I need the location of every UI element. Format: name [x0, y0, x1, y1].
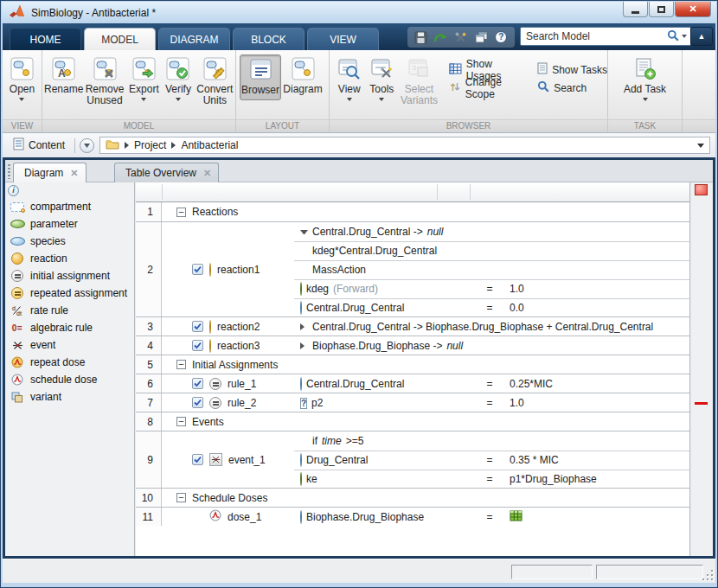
- table-row[interactable]: 11Biophase.Drug_Biophase=dose_1: [136, 507, 689, 526]
- detail-cell[interactable]: Central.Drug_Central: [300, 298, 404, 317]
- search-model-input[interactable]: [526, 30, 667, 42]
- doc-tab-table-overview[interactable]: Table Overview ✕: [114, 163, 219, 182]
- breadcrumb-project[interactable]: Project: [134, 139, 166, 151]
- row-name[interactable]: event_1: [228, 454, 266, 466]
- collapse-section-icon[interactable]: −: [176, 208, 186, 217]
- palette-item-compartment[interactable]: compartment: [5, 198, 134, 215]
- convert-units-button[interactable]: Convert Units: [195, 54, 235, 106]
- row-checkbox[interactable]: [192, 378, 203, 389]
- search-dropdown-icon[interactable]: [682, 35, 687, 38]
- close-tab-icon[interactable]: ✕: [70, 169, 78, 177]
- tabbar-drag-handle[interactable]: [8, 164, 10, 179]
- diagram-button[interactable]: Diagram: [281, 54, 324, 95]
- expand-details-icon[interactable]: [300, 323, 305, 330]
- show-tasks-button[interactable]: Show Tasks: [537, 61, 607, 79]
- maximize-button[interactable]: [649, 2, 674, 17]
- save-icon[interactable]: [413, 29, 430, 46]
- palette-item-repeated-assignment[interactable]: repeated assignment: [5, 284, 134, 302]
- close-button[interactable]: ✕: [675, 2, 711, 17]
- tab-home[interactable]: HOME: [10, 28, 81, 50]
- collapse-details-icon[interactable]: [300, 230, 308, 234]
- tab-diagram[interactable]: DIAGRAM: [158, 28, 230, 50]
- minimize-button[interactable]: [623, 2, 648, 17]
- undo-icon[interactable]: [433, 29, 450, 46]
- close-tab-icon[interactable]: ✕: [203, 169, 211, 177]
- search-button[interactable]: Search: [537, 79, 607, 97]
- table-section-row[interactable]: 8−Events: [136, 412, 689, 431]
- detail-cell[interactable]: Central.Drug_Central: [300, 374, 404, 393]
- breadcrumb-dropdown-icon[interactable]: [697, 144, 704, 148]
- value-cell[interactable]: [510, 508, 522, 527]
- row-name[interactable]: reaction1: [217, 264, 260, 276]
- windows-layout-icon[interactable]: [472, 29, 490, 46]
- collapse-section-icon[interactable]: −: [176, 417, 186, 426]
- tab-block[interactable]: BLOCK: [233, 28, 305, 50]
- collapse-section-icon[interactable]: −: [176, 493, 186, 502]
- value-cell[interactable]: 0.25*MIC: [510, 374, 553, 393]
- table-row[interactable]: 9if time>=5Drug_Central=0.35 * MICke=p1*…: [136, 431, 689, 488]
- collapse-section-icon[interactable]: −: [176, 360, 186, 369]
- row-name[interactable]: rule_2: [228, 397, 256, 409]
- doc-tab-diagram[interactable]: Diagram ✕: [13, 163, 87, 182]
- detail-cell[interactable]: if time>=5: [300, 431, 363, 451]
- select-variants-button[interactable]: Select Variants: [398, 54, 440, 106]
- detail-cell[interactable]: Central.Drug_Central -> null: [300, 222, 443, 241]
- help-icon[interactable]: ?: [492, 29, 510, 46]
- detail-cell[interactable]: MassAction: [300, 260, 366, 279]
- detail-cell[interactable]: ke: [300, 470, 317, 489]
- expand-details-icon[interactable]: [300, 342, 305, 349]
- detail-cell[interactable]: Biophase.Drug_Biophase: [300, 508, 424, 527]
- palette-item-variant[interactable]: variant: [5, 388, 134, 406]
- row-checkbox[interactable]: [192, 454, 203, 465]
- palette-item-reaction[interactable]: reaction: [5, 250, 134, 267]
- palette-item-species[interactable]: species: [5, 233, 134, 250]
- table-row[interactable]: 3Central.Drug_Central -> Biophase.Drug_B…: [136, 316, 689, 336]
- remove-unused-button[interactable]: Remove Unused: [83, 54, 125, 106]
- row-checkbox[interactable]: [192, 321, 203, 332]
- row-name[interactable]: rule_1: [228, 378, 256, 390]
- add-task-button[interactable]: Add Task: [619, 54, 671, 101]
- detail-cell[interactable]: Biophase.Drug_Biophase -> null: [300, 336, 463, 355]
- detail-cell[interactable]: ?p2: [300, 393, 323, 412]
- detail-cell[interactable]: Drug_Central: [300, 451, 368, 470]
- palette-item-parameter[interactable]: parameter: [5, 215, 134, 233]
- table-section-row[interactable]: 10−Schedule Doses: [136, 488, 689, 507]
- rename-button[interactable]: A Rename: [44, 54, 83, 95]
- value-cell[interactable]: p1*Drug_Biophase: [510, 470, 597, 489]
- recent-files-button[interactable]: [80, 138, 94, 153]
- collapse-ribbon-button[interactable]: ▲: [690, 27, 713, 46]
- table-row[interactable]: 7?p2=1.0rule_2: [136, 393, 689, 412]
- row-checkbox[interactable]: [192, 397, 203, 408]
- table-row[interactable]: 6Central.Drug_Central=0.25*MICrule_1: [136, 374, 689, 393]
- detail-cell[interactable]: kdeg (Forward): [300, 279, 378, 298]
- resize-grip[interactable]: [702, 569, 713, 580]
- change-scope-button[interactable]: Change Scope: [449, 79, 523, 97]
- palette-item-rate-rule[interactable]: ddtrate rule: [5, 302, 134, 319]
- preferences-icon[interactable]: [452, 29, 470, 46]
- palette-item-event[interactable]: event: [5, 336, 134, 354]
- table-section-row[interactable]: 5−Initial Assignments: [136, 355, 689, 374]
- tools-button[interactable]: Tools: [366, 54, 399, 101]
- table-row[interactable]: 2Central.Drug_Central -> nullkdeg*Centra…: [136, 221, 689, 316]
- table-section-row[interactable]: 1−Reactions: [136, 202, 689, 221]
- value-cell[interactable]: 0.0: [510, 298, 524, 317]
- detail-cell[interactable]: Central.Drug_Central -> Biophase.Drug_Bi…: [300, 317, 653, 336]
- value-cell[interactable]: 1.0: [510, 279, 524, 298]
- table-row[interactable]: 4Biophase.Drug_Biophase -> nullreaction3: [136, 336, 689, 355]
- view-button[interactable]: View: [333, 54, 366, 101]
- open-button[interactable]: Open: [10, 54, 35, 101]
- search-icon[interactable]: [667, 29, 679, 44]
- palette-item-schedule-dose[interactable]: schedule dose: [5, 371, 134, 388]
- breadcrumb-model[interactable]: Antibacterial: [181, 139, 238, 151]
- tab-model[interactable]: MODEL: [84, 28, 156, 50]
- row-name[interactable]: reaction3: [217, 340, 260, 352]
- content-button[interactable]: Content: [8, 136, 70, 155]
- palette-item-initial-assignment[interactable]: initial assignment: [5, 267, 134, 284]
- row-checkbox[interactable]: [192, 340, 203, 351]
- row-name[interactable]: dose_1: [228, 511, 261, 523]
- detail-cell[interactable]: kdeg*Central.Drug_Central: [300, 241, 437, 260]
- value-cell[interactable]: 1.0: [510, 393, 524, 412]
- info-icon[interactable]: i: [8, 185, 19, 196]
- verify-button[interactable]: Verify: [162, 54, 194, 101]
- palette-item-algebraic-rule[interactable]: 0=algebraic rule: [5, 319, 134, 336]
